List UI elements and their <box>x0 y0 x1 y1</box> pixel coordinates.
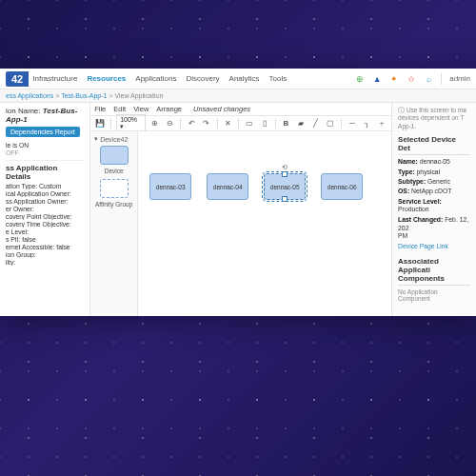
content: ion Name: Test-Bus-App-1 Dependencies Re… <box>0 103 476 316</box>
logo[interactable]: 42 <box>6 71 29 87</box>
shape-palette: ▾ Device42 Device Affinity Group <box>90 131 138 316</box>
rotate-icon[interactable]: ⟲ <box>282 164 288 171</box>
no-associated-text: No Application Component <box>398 288 470 302</box>
nav-discovery[interactable]: Discovery <box>186 74 219 83</box>
detail-field: ion Group: <box>6 251 84 258</box>
breadcrumb: ess Applications > Test-Bus-App-1 > View… <box>0 89 476 103</box>
nav-analytics[interactable]: Analytics <box>229 74 260 83</box>
detail-field: e Level: <box>6 228 84 235</box>
device-node[interactable]: dennac-03 <box>149 173 191 200</box>
top-right: ⊕ ▲ ✦ ☆ ⌕ admin <box>355 73 470 85</box>
star-icon[interactable]: ☆ <box>407 74 416 84</box>
dependencies-button[interactable]: Dependencies Report <box>6 127 80 137</box>
zoom-in-icon[interactable]: ⊕ <box>149 118 161 129</box>
palette-heading[interactable]: ▾ Device42 <box>94 135 133 143</box>
detail-field: er Owner: <box>6 206 84 212</box>
line-icon[interactable]: ╱ <box>310 118 322 129</box>
selected-heading: Selected Device Det <box>398 135 470 155</box>
selected-field: Subtype: Generic <box>398 178 470 187</box>
unsaved-indicator: Unsaved changes <box>193 105 250 113</box>
nav-resources[interactable]: Resources <box>87 74 126 83</box>
back-icon[interactable]: ▯ <box>259 118 270 129</box>
main-nav: Infrastructure Resources Applications Di… <box>32 74 287 83</box>
app-name-row: ion Name: Test-Bus-App-1 <box>6 107 84 124</box>
delete-icon[interactable]: ✕ <box>223 118 234 129</box>
front-icon[interactable]: ▭ <box>244 118 255 129</box>
device-page-link[interactable]: Device Page Link <box>398 243 470 249</box>
detail-field: ernet Accessible: false <box>6 244 84 250</box>
selected-field: Type: physical <box>398 169 470 177</box>
left-panel: ion Name: Test-Bus-App-1 Dependencies Re… <box>0 103 90 316</box>
detail-field: lity: <box>6 259 84 266</box>
save-icon[interactable]: 💾 <box>94 118 106 129</box>
fill-icon[interactable]: ▰ <box>295 118 307 129</box>
user-menu[interactable]: admin <box>449 74 470 83</box>
waypoint-icon[interactable]: ┐ <box>362 118 373 129</box>
zoom-select[interactable]: 100% ▾ <box>116 114 146 132</box>
nav-tools[interactable]: Tools <box>269 74 288 83</box>
detail-field: covery Point Objective: <box>6 213 84 220</box>
associated-heading: Associated Applicati Components <box>398 257 470 286</box>
undo-icon[interactable]: ↶ <box>186 118 197 129</box>
shadow-icon[interactable]: ▢ <box>326 118 337 129</box>
selected-field: Last Changed: Feb. 12, 202PM <box>398 216 470 241</box>
selected-field: Service Level: Production <box>398 198 470 215</box>
redo-icon[interactable]: ↷ <box>201 118 212 129</box>
selected-field: Name: dennac-05 <box>398 158 470 167</box>
plus-icon[interactable]: ✦ <box>389 74 399 84</box>
editor-panel: File Edit View Arrange Unsaved changes 💾… <box>90 103 391 316</box>
zoom-out-icon[interactable]: ⊖ <box>165 118 176 129</box>
globe-icon[interactable]: ⊕ <box>355 74 365 84</box>
mode-on[interactable]: le is ON <box>6 142 84 149</box>
canvas-wrap: ▾ Device42 Device Affinity Group dennac-… <box>90 131 391 316</box>
connector-icon[interactable]: ─ <box>347 118 358 129</box>
detail-field: ation Type: Custom <box>6 183 84 189</box>
menu-arrange[interactable]: Arrange <box>156 105 182 113</box>
plus-tool-icon[interactable]: ＋ <box>377 118 388 129</box>
menu-edit[interactable]: Edit <box>113 105 126 113</box>
detail-field: covery Time Objective: <box>6 221 84 228</box>
palette-affinity-label: Affinity Group <box>94 201 133 208</box>
hint-text: ⓘ Use this screen to ma devices dependen… <box>398 107 470 130</box>
nav-applications[interactable]: Applications <box>135 74 176 83</box>
breadcrumb-app[interactable]: Test-Bus-App-1 <box>61 92 107 99</box>
device-node[interactable]: dennac-04 <box>207 173 248 200</box>
search-icon[interactable]: ⌕ <box>424 74 433 84</box>
device-node[interactable]: dennac-06 <box>321 173 363 200</box>
mode-off[interactable]: OFF <box>6 149 84 156</box>
menu-view[interactable]: View <box>133 105 149 113</box>
selected-field: OS: NetApp cDOT <box>398 188 470 196</box>
device-node[interactable]: dennac-05⟲ <box>264 173 306 200</box>
nav-infrastructure[interactable]: Infrastructure <box>32 74 77 83</box>
palette-affinity-shape[interactable] <box>100 179 129 198</box>
right-panel: ⓘ Use this screen to ma devices dependen… <box>391 103 476 316</box>
detail-field: ical Application Owner: <box>6 190 84 197</box>
editor-toolbar: 💾 100% ▾ ⊕ ⊖ ↶ ↷ ✕ ▭ ▯ B ▰ ╱ ▢ ─ <box>90 116 391 131</box>
details-heading: ss Application Details <box>6 160 84 181</box>
detail-field: s PII: false <box>6 236 84 243</box>
palette-device-shape[interactable] <box>100 146 129 165</box>
menu-file[interactable]: File <box>94 105 106 113</box>
app-name-label: ion Name: <box>6 107 40 115</box>
divider <box>441 73 442 85</box>
breadcrumb-root[interactable]: ess Applications <box>6 92 53 99</box>
breadcrumb-current: View Application <box>114 92 163 99</box>
top-bar: 42 Infrastructure Resources Applications… <box>0 69 476 89</box>
bell-icon[interactable]: ▲ <box>372 74 382 84</box>
diagram-canvas[interactable]: dennac-03dennac-04dennac-05⟲dennac-06 <box>138 131 391 316</box>
app-window: 42 Infrastructure Resources Applications… <box>0 69 476 316</box>
detail-field: ss Application Owner: <box>6 198 84 205</box>
bold-icon[interactable]: B <box>281 118 292 129</box>
palette-device-label: Device <box>94 168 133 174</box>
